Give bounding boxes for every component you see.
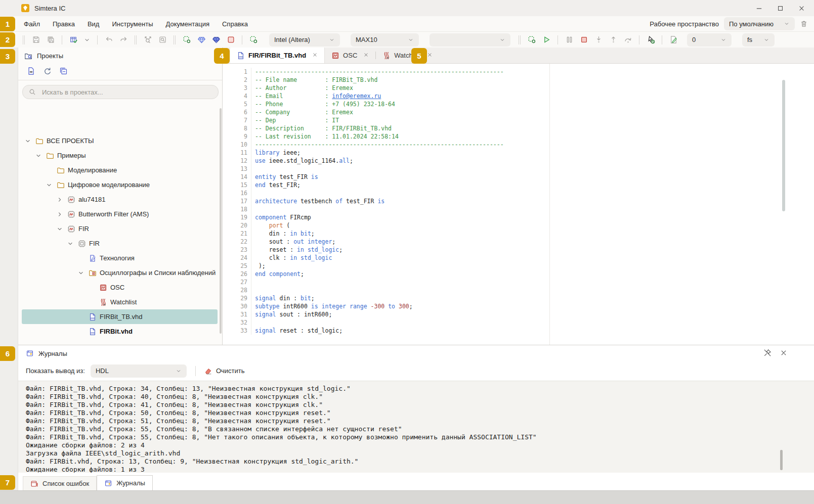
tree-item[interactable]: OSC	[22, 280, 218, 295]
tree-item[interactable]: FIR	[22, 221, 218, 236]
chevron-right-icon[interactable]	[55, 210, 64, 218]
build-table-icon[interactable]	[68, 35, 78, 45]
compile-diamond-icon[interactable]	[196, 35, 206, 45]
tree-item[interactable]: Моделирование	[22, 163, 218, 177]
projects-panel-title: Проекты	[37, 52, 63, 60]
log-scrollbar[interactable]	[780, 450, 783, 470]
run-icon[interactable]	[541, 35, 551, 45]
bottom-tab-bar: Список ошибокЖурналы	[18, 473, 814, 490]
close-tab-icon[interactable]	[427, 52, 433, 59]
chevron-down-icon[interactable]	[55, 225, 64, 233]
zoom-search-icon[interactable]	[157, 35, 167, 45]
chevron-right-icon[interactable]	[55, 342, 64, 343]
redo-icon[interactable]	[118, 35, 128, 45]
menu-item-вид[interactable]: Вид	[88, 20, 100, 28]
tree-item[interactable]: Примеры	[22, 148, 218, 163]
minimize-icon[interactable]	[754, 4, 763, 13]
editor-tab-osc[interactable]: OSC	[325, 48, 375, 63]
pause-icon[interactable]	[564, 35, 574, 45]
step-out-icon[interactable]	[608, 35, 618, 45]
save-all-icon[interactable]	[46, 35, 56, 45]
menu-item-инструменты[interactable]: Инструменты	[112, 20, 153, 28]
vendor-dropdown[interactable]: Intel (Altera)	[269, 33, 340, 47]
chip-icon	[78, 240, 86, 248]
code-token: din :	[276, 295, 301, 302]
code-line: 3-- Author : Eremex	[223, 84, 814, 92]
code-token: signal	[255, 295, 276, 302]
project-search[interactable]	[22, 85, 219, 99]
undo-icon[interactable]	[104, 35, 114, 45]
code-token: ;	[301, 270, 304, 278]
editor-tab-fir-firbit-tb-vhd[interactable]: VHDFIR/FIRBit_TB.vhd	[230, 48, 325, 63]
maximize-icon[interactable]	[776, 4, 785, 13]
save-icon[interactable]	[31, 35, 41, 45]
elaborate-icon[interactable]	[248, 35, 259, 45]
project-search-input[interactable]	[41, 88, 212, 97]
stop-icon[interactable]	[579, 35, 589, 45]
close-panel-icon[interactable]	[780, 349, 788, 357]
code-editor[interactable]: 1---------------------------------------…	[223, 64, 814, 345]
tree-item[interactable]: Watchlist	[22, 295, 218, 309]
chevron-down-icon[interactable]	[76, 269, 85, 277]
menu-item-документация[interactable]: Документация	[165, 20, 209, 28]
tree-item[interactable]: Butterworth Filter (AMS)	[22, 207, 218, 221]
edit-script-icon[interactable]	[668, 35, 678, 45]
bottom-tab-journals[interactable]: Журналы	[97, 475, 153, 490]
clear-logs-button[interactable]: Очистить	[204, 367, 245, 375]
chevron-right-icon[interactable]	[55, 196, 64, 204]
compile-all-diamond-icon[interactable]	[211, 35, 221, 45]
close-icon[interactable]	[797, 4, 806, 13]
time-dropdown[interactable]: 0	[687, 33, 732, 47]
family-dropdown[interactable]: MAX10	[351, 33, 419, 47]
tree-item[interactable]: Осциллографы и Списки наблюдений	[22, 265, 218, 280]
line-number: 14	[223, 173, 251, 181]
chevron-down-icon[interactable]	[83, 36, 91, 44]
device-dropdown[interactable]	[430, 33, 510, 47]
tree-item[interactable]: Технология	[22, 251, 218, 265]
tree-item[interactable]: VHDFIRBit_TB.vhd	[22, 309, 218, 324]
unpin-panel-icon[interactable]	[763, 349, 772, 357]
email-link[interactable]: info@eremex.ru	[332, 93, 381, 100]
collapse-all-icon[interactable]	[58, 66, 68, 76]
tree-item[interactable]: ВСЕ ПРОЕКТЫ	[22, 133, 218, 148]
menu-item-справка[interactable]: Справка	[222, 20, 248, 28]
code-line: 16	[223, 189, 814, 197]
chevron-down-icon[interactable]	[34, 152, 43, 160]
menu-item-файл[interactable]: Файл	[24, 20, 40, 28]
step-over-icon[interactable]	[623, 35, 633, 45]
time-unit-dropdown[interactable]: fs	[742, 33, 775, 47]
close-tab-icon[interactable]	[363, 52, 369, 59]
log-output[interactable]: Файл: FIRBit_TB.vhd, Строка: 34, Столбец…	[18, 381, 814, 473]
workspace-dropdown[interactable]: По умолчанию	[724, 17, 795, 30]
tree-item[interactable]: Intel8051	[22, 339, 218, 343]
editor-tab-watchlist[interactable]: Watchlist	[376, 48, 439, 63]
delete-workspace-icon[interactable]	[800, 20, 808, 28]
stop-build-icon[interactable]	[226, 35, 236, 45]
run-to-time-icon[interactable]	[646, 35, 656, 45]
menu-item-правка[interactable]: Правка	[53, 20, 75, 28]
log-line: Файл: FIRBit_TB.vhd, Строка: 55, Столбец…	[26, 425, 814, 433]
tree-item[interactable]: Цифровое моделирование	[22, 177, 218, 192]
code-line: 30subtype intR600 is integer range -300 …	[223, 302, 814, 310]
tree-item[interactable]: VHDFIRBit.vhd	[22, 324, 218, 339]
editor-scrollbar[interactable]	[782, 80, 785, 211]
bottom-tab-errors[interactable]: Список ошибок	[23, 476, 97, 490]
chevron-down-icon[interactable]	[66, 240, 75, 248]
line-number: 15	[223, 181, 251, 189]
chevron-down-icon[interactable]	[45, 181, 54, 189]
tree-item-label: Butterworth Filter (AMS)	[78, 210, 149, 218]
step-into-icon[interactable]	[593, 35, 604, 45]
code-token	[297, 254, 301, 261]
chevron-down-icon[interactable]	[23, 137, 32, 145]
preview-file-icon[interactable]	[26, 66, 36, 76]
tree-item[interactable]: alu74181	[22, 192, 218, 207]
zoom-fit-icon[interactable]	[143, 35, 153, 45]
refresh-projects-icon[interactable]	[42, 66, 52, 76]
synthesize-icon[interactable]	[182, 35, 192, 45]
start-simulation-icon[interactable]	[527, 35, 537, 45]
logs-source-dropdown[interactable]: HDL	[91, 364, 187, 378]
logs-panel: Журналы Показать вывод из: HDL Очистить …	[18, 345, 814, 473]
tree-item[interactable]: FIR	[22, 236, 218, 251]
project-tree-scrollbar[interactable]	[220, 108, 222, 334]
close-tab-icon[interactable]	[312, 52, 318, 59]
